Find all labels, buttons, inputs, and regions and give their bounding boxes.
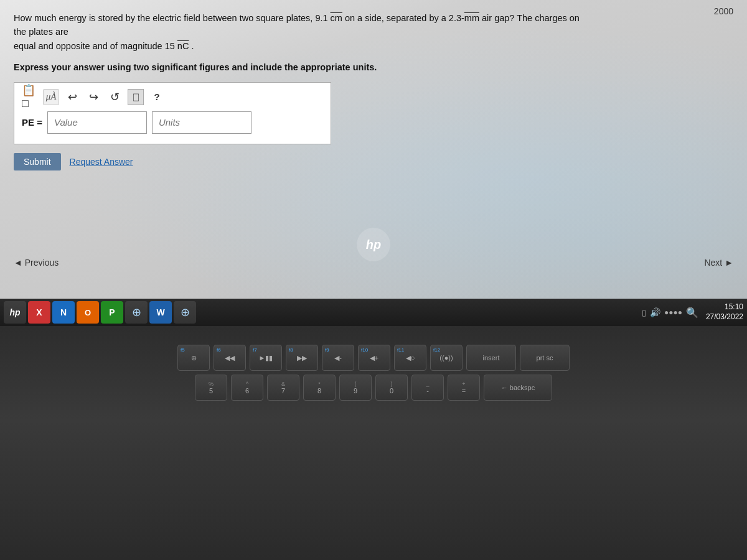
instruction-text: Express your answer using two significan… (14, 60, 586, 74)
units-input[interactable] (152, 111, 251, 134)
taskbar-word[interactable]: W (149, 301, 172, 324)
submit-button[interactable]: Submit (14, 153, 61, 170)
taskbar-n[interactable]: N (52, 301, 75, 324)
key-minus[interactable]: _- (411, 375, 444, 401)
nav-bar: Previous Next (0, 258, 747, 268)
request-answer-link[interactable]: Request Answer (70, 157, 133, 167)
taskbar-p[interactable]: P (101, 301, 123, 324)
clock-date: 27/03/2022 (706, 312, 743, 322)
key-f12[interactable]: f12((●)) (430, 345, 463, 371)
laptop-body: f5⊕ f6◀◀ f7►▮▮ f8▶▶ f9◀- f10◀+ f11◀○ f12… (0, 326, 747, 560)
number-key-row: %5 ^6 &7 *8 (9 )0 _- += ← backspc (31, 375, 716, 401)
prev-button[interactable]: Previous (14, 258, 59, 268)
key-7[interactable]: &7 (267, 375, 299, 401)
search-icon[interactable]: 🔍 (686, 307, 698, 319)
key-f7[interactable]: f7►▮▮ (250, 345, 282, 371)
taskbar-hp[interactable]: hp (4, 301, 26, 324)
bottom-bar: Submit Request Answer (14, 153, 733, 170)
input-row: PE = (22, 111, 323, 134)
help-icon[interactable]: ? (149, 89, 165, 105)
keyboard-area: f5⊕ f6◀◀ f7►▮▮ f8▶▶ f9◀- f10◀+ f11◀○ f12… (31, 345, 716, 404)
key-8[interactable]: *8 (303, 375, 336, 401)
key-f6[interactable]: f6◀◀ (214, 345, 246, 371)
key-f8[interactable]: f8▶▶ (286, 345, 318, 371)
taskbar-globe1[interactable]: ⊕ (125, 301, 148, 324)
taskbar-tray: ▯ 🔊 ●●●● 🔍 15:10 27/03/2022 (642, 302, 743, 322)
screen-area: How much energy is stored by the electri… (0, 0, 747, 299)
answer-toolbar: 📋□ μÀ ↩ ↪ ↺ ⎕ ? (22, 89, 323, 105)
key-9[interactable]: (9 (339, 375, 372, 401)
key-equals[interactable]: += (448, 375, 480, 401)
key-6[interactable]: ^6 (231, 375, 263, 401)
clipboard-icon[interactable]: 📋□ (22, 89, 38, 105)
hp-screen-logo: hp (357, 228, 390, 261)
clock-time: 15:10 (725, 302, 743, 312)
taskbar-globe2[interactable]: ⊕ (174, 301, 196, 324)
key-insert[interactable]: insert (466, 345, 516, 371)
key-0[interactable]: )0 (375, 375, 408, 401)
key-f5[interactable]: f5⊕ (177, 345, 210, 371)
taskbar: hp X N O P ⊕ W ⊕ ▯ 🔊 ●●●● 🔍 15:10 27/03/… (0, 299, 747, 326)
next-button[interactable]: Next (704, 258, 733, 268)
taskbar-o[interactable]: O (77, 301, 99, 324)
mu-icon[interactable]: μÀ (43, 89, 59, 105)
key-backspace[interactable]: ← backspc (484, 375, 552, 401)
key-f11[interactable]: f11◀○ (394, 345, 426, 371)
answer-box: 📋□ μÀ ↩ ↪ ↺ ⎕ ? PE = (14, 82, 331, 144)
key-5[interactable]: %5 (195, 375, 227, 401)
key-f10[interactable]: f10◀+ (358, 345, 390, 371)
clock-area[interactable]: 15:10 27/03/2022 (706, 302, 743, 322)
tray-network-icon[interactable]: ●●●● (664, 308, 682, 317)
keyboard-icon[interactable]: ⎕ (128, 89, 144, 105)
redo-icon[interactable]: ↪ (85, 89, 101, 105)
number-display: 2000 (714, 6, 733, 16)
pe-label: PE = (22, 117, 42, 128)
refresh-icon[interactable]: ↺ (106, 89, 123, 105)
key-f9[interactable]: f9◀- (322, 345, 354, 371)
question-text: How much energy is stored by the electri… (14, 11, 586, 53)
fn-key-row: f5⊕ f6◀◀ f7►▮▮ f8▶▶ f9◀- f10◀+ f11◀○ f12… (31, 345, 716, 371)
tray-battery-icon: ▯ (642, 308, 646, 317)
undo-icon[interactable]: ↩ (64, 89, 80, 105)
tray-sound-icon[interactable]: 🔊 (650, 307, 660, 317)
value-input[interactable] (47, 111, 147, 134)
key-prtsc[interactable]: prt sc (520, 345, 570, 371)
taskbar-close[interactable]: X (28, 301, 50, 324)
